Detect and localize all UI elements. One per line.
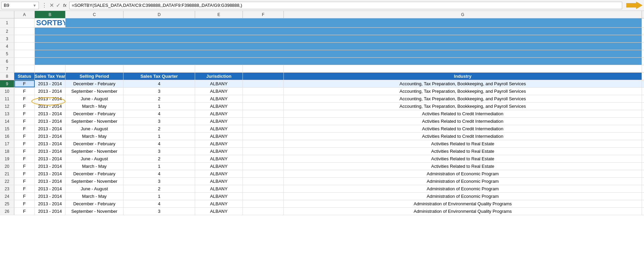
- cell-f22[interactable]: [243, 178, 284, 185]
- cell-d6[interactable]: [123, 58, 195, 65]
- cell-e3[interactable]: [195, 35, 243, 42]
- row-num-24[interactable]: 24: [0, 193, 14, 200]
- cell-b7[interactable]: [35, 65, 65, 72]
- header-sales-tax-year[interactable]: Sales Tax Year: [35, 73, 65, 80]
- cell-g22[interactable]: Administration of Economic Program: [284, 178, 642, 185]
- cell-f3[interactable]: [243, 35, 284, 42]
- header-selling-period[interactable]: Selling Period: [65, 73, 123, 80]
- cell-b15[interactable]: 2013 - 2014: [35, 125, 65, 132]
- cell-f15[interactable]: [243, 125, 284, 132]
- cell-e22[interactable]: ALBANY: [195, 178, 243, 185]
- cell-c2[interactable]: [65, 28, 123, 35]
- cell-f18[interactable]: [243, 148, 284, 155]
- row-num-26[interactable]: 26: [0, 208, 14, 215]
- header-status[interactable]: Status: [14, 73, 35, 80]
- cell-a5[interactable]: [14, 50, 35, 57]
- cell-b5[interactable]: [35, 50, 65, 57]
- row-num-1[interactable]: 1: [0, 18, 14, 27]
- cell-b18[interactable]: 2013 - 2014: [35, 148, 65, 155]
- row-num-25[interactable]: 25: [0, 200, 14, 207]
- cell-c5[interactable]: [65, 50, 123, 57]
- cancel-icon[interactable]: ✕: [49, 2, 54, 9]
- cell-g4[interactable]: [284, 43, 642, 50]
- row-num-21[interactable]: 21: [0, 170, 14, 177]
- cell-f6[interactable]: [243, 58, 284, 65]
- cell-b4[interactable]: [35, 43, 65, 50]
- cell-d3[interactable]: [123, 35, 195, 42]
- cell-e12[interactable]: ALBANY: [195, 103, 243, 110]
- cell-c12[interactable]: March - May: [65, 103, 123, 110]
- cell-c19[interactable]: June - August: [65, 155, 123, 162]
- cell-d2[interactable]: [123, 28, 195, 35]
- cell-f9[interactable]: [243, 80, 284, 87]
- cell-f19[interactable]: [243, 155, 284, 162]
- cell-f11[interactable]: [243, 95, 284, 102]
- cell-c10[interactable]: September - November: [65, 88, 123, 95]
- cell-e2[interactable]: [195, 28, 243, 35]
- cell-d1[interactable]: [123, 18, 195, 27]
- cell-d17[interactable]: 4: [123, 140, 195, 147]
- cell-a12[interactable]: F: [14, 103, 35, 110]
- cell-e1[interactable]: [195, 18, 243, 27]
- row-num-5[interactable]: 5: [0, 50, 14, 57]
- cell-a11[interactable]: F: [14, 95, 35, 102]
- header-jurisdiction[interactable]: Jurisdiction: [195, 73, 243, 80]
- cell-e26[interactable]: ALBANY: [195, 208, 243, 215]
- cell-g6[interactable]: [284, 58, 642, 65]
- cell-a25[interactable]: F: [14, 200, 35, 207]
- cell-g24[interactable]: Administration of Economic Program: [284, 193, 642, 200]
- cell-g14[interactable]: Activities Related to Credit Intermediat…: [284, 118, 642, 125]
- header-industry-empty[interactable]: [243, 73, 284, 80]
- cell-c26[interactable]: September - November: [65, 208, 123, 215]
- cell-a15[interactable]: F: [14, 125, 35, 132]
- cell-e14[interactable]: ALBANY: [195, 118, 243, 125]
- cell-e21[interactable]: ALBANY: [195, 170, 243, 177]
- cell-d22[interactable]: 3: [123, 178, 195, 185]
- cell-e25[interactable]: ALBANY: [195, 200, 243, 207]
- cell-g15[interactable]: Activities Related to Credit Intermediat…: [284, 125, 642, 132]
- cell-g26[interactable]: Administration of Environmental Quality …: [284, 208, 642, 215]
- cell-d11[interactable]: 2: [123, 95, 195, 102]
- cell-d13[interactable]: 4: [123, 110, 195, 117]
- row-num-2[interactable]: 2: [0, 28, 14, 35]
- cell-b1[interactable]: SORTBY: [35, 18, 65, 27]
- cell-c15[interactable]: June - August: [65, 125, 123, 132]
- cell-e4[interactable]: [195, 43, 243, 50]
- cell-a23[interactable]: F: [14, 185, 35, 192]
- cell-f1[interactable]: [243, 18, 284, 27]
- cell-b19[interactable]: 2013 - 2014: [35, 155, 65, 162]
- cell-b10[interactable]: 2013 - 2014: [35, 88, 65, 95]
- cell-e11[interactable]: ALBANY: [195, 95, 243, 102]
- cell-g3[interactable]: [284, 35, 642, 42]
- cell-b25[interactable]: 2013 - 2014: [35, 200, 65, 207]
- cell-g5[interactable]: [284, 50, 642, 57]
- cell-a24[interactable]: F: [14, 193, 35, 200]
- cell-c9[interactable]: December - February: [65, 80, 123, 87]
- cell-c11[interactable]: June - August: [65, 95, 123, 102]
- cell-c13[interactable]: December - February: [65, 110, 123, 117]
- cell-f7[interactable]: [243, 65, 284, 72]
- cell-c22[interactable]: September - November: [65, 178, 123, 185]
- cell-g18[interactable]: Activities Related to Real Estate: [284, 148, 642, 155]
- col-header-f[interactable]: F: [243, 11, 284, 18]
- cell-f4[interactable]: [243, 43, 284, 50]
- row-num-12[interactable]: 12: [0, 103, 14, 110]
- cell-e13[interactable]: ALBANY: [195, 110, 243, 117]
- cell-f23[interactable]: [243, 185, 284, 192]
- cell-c17[interactable]: December - February: [65, 140, 123, 147]
- col-header-d[interactable]: D: [123, 11, 195, 18]
- cell-d9[interactable]: 4: [123, 80, 195, 87]
- row-num-16[interactable]: 16: [0, 133, 14, 140]
- cell-c21[interactable]: December - February: [65, 170, 123, 177]
- row-num-18[interactable]: 18: [0, 148, 14, 155]
- cell-g13[interactable]: Activities Related to Credit Intermediat…: [284, 110, 642, 117]
- cell-g10[interactable]: Accounting, Tax Preparation, Bookkeeping…: [284, 88, 642, 95]
- cell-d21[interactable]: 4: [123, 170, 195, 177]
- cell-d12[interactable]: 1: [123, 103, 195, 110]
- cell-a1[interactable]: [14, 18, 35, 27]
- cell-a2[interactable]: [14, 28, 35, 35]
- cell-b22[interactable]: 2013 - 2014: [35, 178, 65, 185]
- cell-a18[interactable]: F: [14, 148, 35, 155]
- row-num-8[interactable]: 8: [0, 73, 14, 80]
- cell-name-box[interactable]: B9 ▼: [1, 2, 39, 9]
